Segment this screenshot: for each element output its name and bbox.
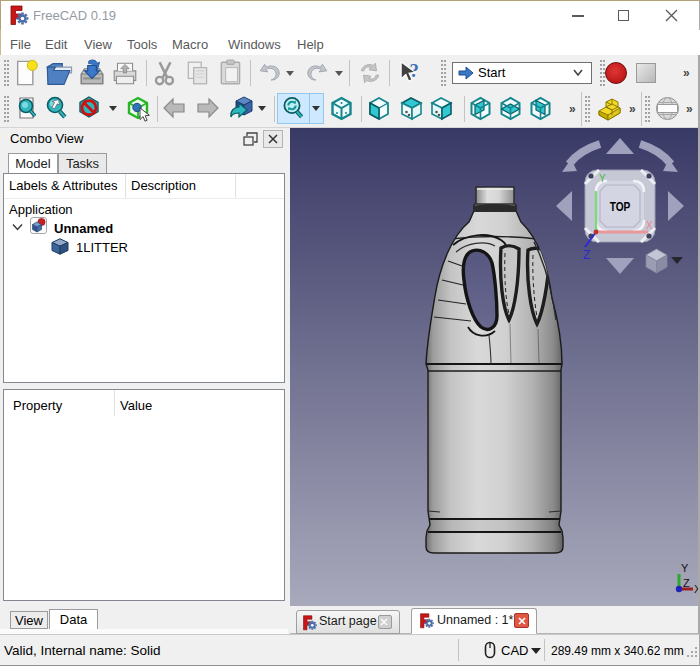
svg-text:Y: Y: [599, 173, 606, 184]
svg-text:Z: Z: [683, 577, 690, 589]
svg-text:TOP: TOP: [610, 199, 631, 213]
svg-text:Y: Y: [681, 562, 689, 574]
svg-text:Z: Z: [583, 248, 590, 262]
svg-text:X: X: [646, 220, 653, 231]
